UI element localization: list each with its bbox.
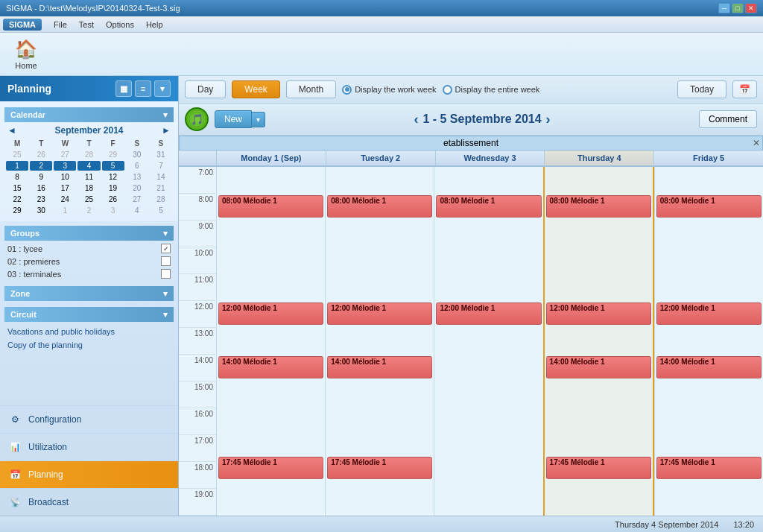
event-tuesday-8[interactable]: 08:00 Mélodie 1 bbox=[327, 195, 432, 218]
event-thursday-12[interactable]: 12:00 Mélodie 1 bbox=[546, 303, 651, 325]
list-item[interactable]: 8 bbox=[6, 172, 28, 182]
event-tuesday-12[interactable]: 12:00 Mélodie 1 bbox=[327, 303, 432, 325]
list-item[interactable]: 11 bbox=[77, 172, 100, 182]
menu-test[interactable]: Test bbox=[73, 19, 100, 31]
list-item[interactable]: 3 bbox=[102, 206, 124, 215]
list-item[interactable]: 24 bbox=[54, 194, 76, 204]
list-item[interactable]: 14 bbox=[150, 172, 172, 182]
nav-broadcast[interactable]: 📡 Broadcast bbox=[0, 488, 178, 516]
event-friday-8[interactable]: 08:00 Mélodie 1 bbox=[656, 195, 762, 218]
new-dropdown-button[interactable]: ▾ bbox=[252, 112, 265, 127]
groups-section-header[interactable]: Groups ▾ bbox=[4, 226, 174, 241]
day-column-friday[interactable]: 08:00 Mélodie 1 12:00 Mélodie 1 14:00 Mé… bbox=[654, 167, 763, 516]
sigma-brand[interactable]: SIGMA bbox=[3, 19, 42, 31]
work-week-radio[interactable]: Display the work week bbox=[342, 85, 436, 95]
list-item[interactable]: 22 bbox=[6, 194, 28, 204]
close-button[interactable]: ✕ bbox=[745, 3, 757, 13]
schedule-next-button[interactable]: › bbox=[546, 112, 551, 127]
dropdown-icon[interactable]: ▾ bbox=[154, 80, 171, 97]
event-thursday-14[interactable]: 14:00 Mélodie 1 bbox=[546, 356, 651, 379]
day-column-tuesday[interactable]: 08:00 Mélodie 1 12:00 Mélodie 1 14:00 Mé… bbox=[325, 167, 434, 516]
schedule-grid[interactable]: Monday 1 (Sep) Tuesday 2 Wednesday 3 Thu… bbox=[179, 151, 763, 516]
menu-options[interactable]: Options bbox=[100, 19, 140, 31]
new-button[interactable]: New bbox=[215, 110, 252, 128]
list-item[interactable]: 25 bbox=[77, 194, 100, 204]
list-item[interactable]: 17 bbox=[54, 183, 76, 193]
event-monday-8[interactable]: 08:00 Mélodie 1 bbox=[218, 195, 323, 218]
list-item[interactable]: 19 bbox=[102, 183, 124, 193]
list-item[interactable]: 5 bbox=[102, 161, 124, 171]
list-item[interactable]: 10 bbox=[54, 172, 76, 182]
list-item[interactable]: 30 bbox=[126, 150, 148, 159]
cal-next-button[interactable]: ► bbox=[162, 125, 171, 136]
event-thursday-8[interactable]: 08:00 Mélodie 1 bbox=[546, 195, 651, 218]
list-item[interactable]: 4 bbox=[77, 161, 100, 171]
list-item[interactable]: 28 bbox=[77, 150, 100, 159]
event-wednesday-8[interactable]: 08:00 Mélodie 1 bbox=[436, 195, 541, 218]
list-item[interactable]: 26 bbox=[30, 150, 52, 159]
grid-view-icon[interactable]: ▦ bbox=[115, 80, 132, 97]
week-view-button[interactable]: Week bbox=[232, 80, 279, 98]
day-column-wednesday[interactable]: 08:00 Mélodie 1 12:00 Mélodie 1 bbox=[434, 167, 542, 516]
group-checkbox-3[interactable] bbox=[161, 269, 171, 279]
group-checkbox-2[interactable] bbox=[161, 256, 171, 266]
list-item[interactable]: 3 bbox=[54, 161, 76, 171]
event-thursday-1745[interactable]: 17:45 Mélodie 1 bbox=[546, 457, 651, 479]
list-item[interactable]: 30 bbox=[30, 206, 52, 215]
etablissement-close-button[interactable]: ✕ bbox=[753, 138, 760, 148]
maximize-button[interactable]: □ bbox=[732, 3, 744, 13]
list-item[interactable]: 1 bbox=[54, 206, 76, 215]
nav-utilization[interactable]: 📊 Utilization bbox=[0, 433, 178, 460]
list-item[interactable]: 5 bbox=[150, 206, 172, 215]
calendar-picker-icon[interactable]: 📅 bbox=[732, 80, 757, 98]
event-wednesday-12[interactable]: 12:00 Mélodie 1 bbox=[436, 303, 541, 325]
day-column-thursday[interactable]: 08:00 Mélodie 1 12:00 Mélodie 1 14:00 Mé… bbox=[543, 167, 654, 516]
event-tuesday-1745[interactable]: 17:45 Mélodie 1 bbox=[327, 457, 432, 479]
list-item[interactable]: 31 bbox=[150, 150, 172, 159]
list-item[interactable]: 15 bbox=[6, 183, 28, 193]
circuit-section-header[interactable]: Circuit ▾ bbox=[4, 307, 174, 322]
list-item[interactable]: 1 bbox=[6, 161, 28, 171]
list-item[interactable]: 12 bbox=[102, 172, 124, 182]
list-item[interactable]: 29 bbox=[102, 150, 124, 159]
event-monday-1745[interactable]: 17:45 Mélodie 1 bbox=[218, 457, 323, 479]
minimize-button[interactable]: ─ bbox=[718, 3, 730, 13]
zone-section-header[interactable]: Zone ▾ bbox=[4, 286, 174, 301]
event-friday-14[interactable]: 14:00 Mélodie 1 bbox=[656, 356, 762, 379]
list-item[interactable]: 16 bbox=[30, 183, 52, 193]
list-item[interactable]: 27 bbox=[126, 194, 148, 204]
event-monday-14[interactable]: 14:00 Mélodie 1 bbox=[218, 356, 323, 379]
list-item[interactable]: 18 bbox=[77, 183, 100, 193]
list-item[interactable]: 2 bbox=[77, 206, 100, 215]
day-view-button[interactable]: Day bbox=[185, 80, 226, 98]
calendar-section-header[interactable]: Calendar ▾ bbox=[4, 107, 174, 122]
list-item[interactable]: 25 bbox=[6, 150, 28, 159]
list-item[interactable]: 7 bbox=[150, 161, 172, 171]
list-view-icon[interactable]: ≡ bbox=[135, 80, 151, 97]
cal-prev-button[interactable]: ◄ bbox=[7, 125, 16, 136]
comment-button[interactable]: Comment bbox=[699, 110, 757, 128]
group-checkbox-1[interactable]: ✓ bbox=[161, 244, 171, 253]
list-item[interactable]: 26 bbox=[102, 194, 124, 204]
list-item[interactable]: 21 bbox=[150, 183, 172, 193]
list-item[interactable]: 9 bbox=[30, 172, 52, 182]
list-item[interactable]: 27 bbox=[54, 150, 76, 159]
day-column-monday[interactable]: 08:00 Mélodie 1 12:00 Mélodie 1 14:00 Mé… bbox=[216, 167, 325, 516]
list-item[interactable]: 2 bbox=[30, 161, 52, 171]
month-view-button[interactable]: Month bbox=[286, 80, 336, 98]
menu-help[interactable]: Help bbox=[140, 19, 169, 31]
list-item[interactable]: 20 bbox=[126, 183, 148, 193]
nav-planning[interactable]: 📅 Planning bbox=[0, 460, 178, 488]
home-button[interactable]: 🏠 Home bbox=[6, 36, 46, 73]
event-friday-1745[interactable]: 17:45 Mélodie 1 bbox=[656, 457, 762, 479]
window-controls[interactable]: ─ □ ✕ bbox=[718, 3, 757, 13]
list-item[interactable]: 6 bbox=[126, 161, 148, 171]
copy-planning-link[interactable]: Copy of the planning bbox=[0, 338, 178, 352]
today-button[interactable]: Today bbox=[677, 80, 726, 98]
vacations-link[interactable]: Vacations and public holidays bbox=[0, 325, 178, 338]
entire-week-radio[interactable]: Display the entire week bbox=[443, 85, 540, 95]
list-item[interactable]: 23 bbox=[30, 194, 52, 204]
event-monday-12[interactable]: 12:00 Mélodie 1 bbox=[218, 303, 323, 325]
menu-file[interactable]: File bbox=[48, 19, 73, 31]
event-tuesday-14[interactable]: 14:00 Mélodie 1 bbox=[327, 356, 432, 379]
